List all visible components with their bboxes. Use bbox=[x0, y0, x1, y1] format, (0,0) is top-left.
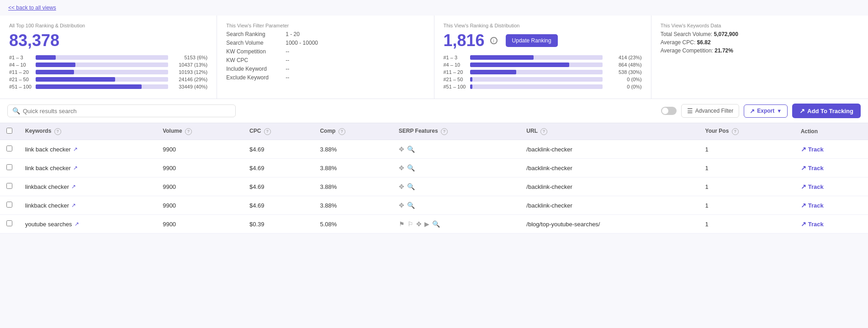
add-tracking-button[interactable]: ↗ Add To Tracking bbox=[792, 104, 861, 118]
track-label: Track bbox=[808, 165, 824, 172]
bar-row: #4 – 10 10437 (13%) bbox=[9, 62, 207, 68]
bar-track bbox=[470, 77, 603, 82]
bar-row: #51 – 100 33449 (40%) bbox=[9, 84, 207, 89]
update-ranking-button[interactable]: Update Ranking bbox=[506, 34, 558, 47]
volume-cell: 9900 bbox=[156, 140, 243, 159]
search-wrap[interactable]: 🔍 bbox=[7, 104, 236, 117]
filter-row: Include Keyword -- bbox=[226, 66, 424, 72]
external-link-icon: ↗ bbox=[71, 183, 76, 190]
bar-value: 5153 (6%) bbox=[171, 55, 207, 60]
track-trend-icon: ↗ bbox=[801, 202, 806, 209]
track-trend-icon: ↗ bbox=[801, 183, 806, 190]
url-info-icon: ? bbox=[540, 128, 547, 135]
export-chevron-icon: ▼ bbox=[777, 108, 782, 114]
search-serp-icon: 🔍 bbox=[407, 202, 415, 209]
external-link-icon: ↗ bbox=[71, 202, 76, 208]
grid-serp-icon: ✥ bbox=[399, 183, 404, 190]
bar-value: 10193 (12%) bbox=[171, 69, 207, 75]
track-button[interactable]: ↗ Track bbox=[801, 164, 824, 172]
keyword-data-line: Average Competition: 21.72% bbox=[661, 47, 859, 54]
track-trend-icon: ↗ bbox=[801, 164, 806, 172]
serp-icons-wrap: ✥🔍 bbox=[399, 146, 514, 153]
back-link[interactable]: << back to all views bbox=[0, 0, 64, 16]
action-cell: ↗ Track bbox=[794, 177, 868, 196]
search-serp-icon: 🔍 bbox=[407, 164, 415, 172]
bar-label: #4 – 10 bbox=[444, 62, 467, 68]
panel-view-ranking: This View's Ranking & Distribution 1,816… bbox=[434, 16, 651, 99]
advanced-filter-button[interactable]: ☰ Advanced Filter bbox=[681, 104, 739, 118]
keyword-link[interactable]: linkback checker ↗ bbox=[25, 183, 150, 190]
track-button[interactable]: ↗ Track bbox=[801, 146, 824, 153]
action-cell: ↗ Track bbox=[794, 196, 868, 215]
filter-value: 1000 - 10000 bbox=[286, 40, 318, 46]
table-wrap: Keywords ? Volume ? CPC ? Comp ? SERP Fe… bbox=[0, 123, 868, 234]
filter-row: Exclude Keyword -- bbox=[226, 74, 424, 81]
keyword-data-line: Total Search Volume: 5,072,900 bbox=[661, 31, 859, 37]
bar-track bbox=[36, 62, 168, 67]
keyword-link[interactable]: youtube searches ↗ bbox=[25, 221, 150, 228]
track-button[interactable]: ↗ Track bbox=[801, 220, 824, 228]
table-body: link back checker ↗ 9900 $4.69 3.88% ✥🔍 … bbox=[0, 140, 868, 234]
serp-info-icon: ? bbox=[441, 128, 448, 135]
url-cell: /backlink-checker bbox=[520, 196, 699, 215]
select-all-checkbox[interactable] bbox=[6, 128, 12, 134]
keyword-link[interactable]: link back checker ↗ bbox=[25, 165, 150, 172]
serp-icons-wrap: ⚑⚐✥▶🔍 bbox=[399, 220, 514, 228]
bar-value: 33449 (40%) bbox=[171, 84, 207, 89]
search-input[interactable] bbox=[23, 108, 231, 115]
bar-row: #51 – 100 0 (0%) bbox=[444, 84, 642, 89]
url-cell: /backlink-checker bbox=[520, 140, 699, 159]
volume-cell: 9900 bbox=[156, 159, 243, 177]
bar-label: #11 – 20 bbox=[444, 69, 467, 75]
panel-keywords-data: This View's Keywords Data Total Search V… bbox=[651, 16, 868, 99]
col-header-keywords: Keywords ? bbox=[19, 123, 156, 140]
bar-label: #11 – 20 bbox=[9, 69, 33, 75]
action-cell: ↗ Track bbox=[794, 140, 868, 159]
keyword-link[interactable]: link back checker ↗ bbox=[25, 146, 150, 153]
track-button[interactable]: ↗ Track bbox=[801, 202, 824, 209]
bar-value: 538 (30%) bbox=[605, 69, 642, 75]
flag-outline-serp-icon: ⚐ bbox=[408, 220, 413, 228]
cpc-cell: $4.69 bbox=[243, 159, 313, 177]
select-all-col bbox=[0, 123, 19, 140]
row-checkbox[interactable] bbox=[6, 183, 12, 189]
bar-fill bbox=[470, 84, 473, 89]
filter-name: KW CPC bbox=[226, 57, 286, 63]
bar-row: #4 – 10 864 (48%) bbox=[444, 62, 642, 68]
pos-cell: 1 bbox=[699, 140, 794, 159]
header-row: Keywords ? Volume ? CPC ? Comp ? SERP Fe… bbox=[0, 123, 868, 140]
row-checkbox[interactable] bbox=[6, 202, 12, 208]
bar-value: 10437 (13%) bbox=[171, 62, 207, 68]
row-checkbox[interactable] bbox=[6, 220, 12, 226]
serp-icons-wrap: ✥🔍 bbox=[399, 164, 514, 172]
view-ranking-label: This View's Ranking & Distribution bbox=[444, 23, 642, 28]
grid-serp-icon: ✥ bbox=[399, 202, 404, 209]
col-header-url: URL ? bbox=[520, 123, 699, 140]
pos-cell: 1 bbox=[699, 196, 794, 215]
bar-label: #21 – 50 bbox=[9, 77, 33, 82]
keyword-link[interactable]: linkback checker ↗ bbox=[25, 202, 150, 209]
col-header-action: Action bbox=[794, 123, 868, 140]
info-icon-ranking: i bbox=[490, 37, 498, 44]
table-row: linkback checker ↗ 9900 $4.69 3.88% ✥🔍 /… bbox=[0, 196, 868, 215]
url-cell: /blog/top-youtube-searches/ bbox=[520, 215, 699, 234]
toggle-switch[interactable] bbox=[661, 107, 677, 115]
view-ranking-bars: #1 – 3 414 (23%) #4 – 10 864 (48%) #11 –… bbox=[444, 55, 642, 89]
row-checkbox[interactable] bbox=[6, 146, 12, 151]
volume-cell: 9900 bbox=[156, 215, 243, 234]
keyword-data-value: 5,072,900 bbox=[714, 31, 738, 37]
export-button[interactable]: ↗ Export ▼ bbox=[744, 104, 788, 118]
keyword-data-line: Average CPC: $6.82 bbox=[661, 39, 859, 46]
filter-value: 1 - 20 bbox=[286, 31, 300, 37]
bar-row: #11 – 20 538 (30%) bbox=[444, 69, 642, 75]
bar-row: #1 – 3 414 (23%) bbox=[444, 55, 642, 60]
toggle-knob bbox=[662, 108, 668, 114]
row-checkbox[interactable] bbox=[6, 164, 12, 170]
action-cell: ↗ Track bbox=[794, 159, 868, 177]
filter-row: Search Volume 1000 - 10000 bbox=[226, 40, 424, 46]
serp-icons-wrap: ✥🔍 bbox=[399, 202, 514, 209]
track-button[interactable]: ↗ Track bbox=[801, 183, 824, 190]
keyword-cell: linkback checker ↗ bbox=[19, 177, 156, 196]
keyword-data-value: 21.72% bbox=[715, 47, 733, 54]
flag-serp-icon: ⚑ bbox=[399, 220, 405, 228]
